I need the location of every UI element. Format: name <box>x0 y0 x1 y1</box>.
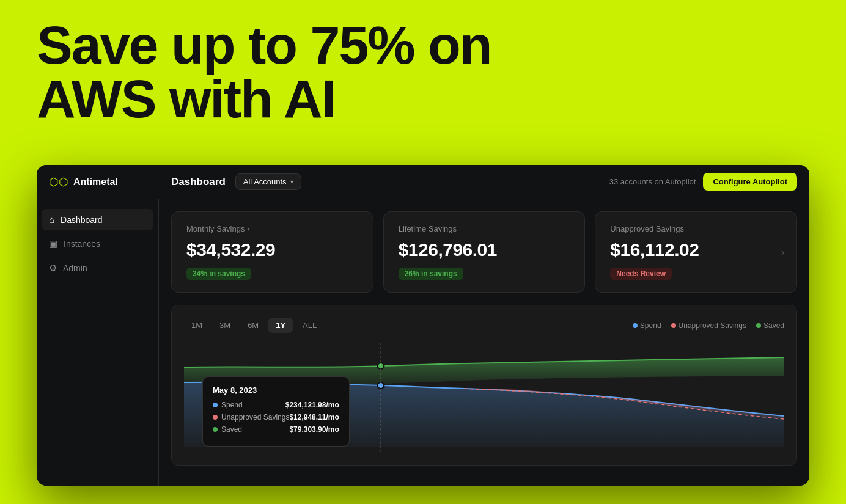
logo-icon: ⬡⬡ <box>49 175 68 189</box>
spend-dot-tooltip <box>213 403 218 407</box>
savings-badge: 26% in savings <box>399 268 463 280</box>
logo-text: Antimetal <box>73 177 118 188</box>
time-filter-1m[interactable]: 1M <box>184 318 210 333</box>
stat-value: $16,112.02 <box>610 239 782 260</box>
instances-icon: ▣ <box>49 238 57 249</box>
unapproved-dot-tooltip <box>213 415 218 420</box>
sidebar-item-label: Dashboard <box>61 215 103 225</box>
stats-row: Monthly Savings ▾ $34,532.29 34% in savi… <box>171 211 797 293</box>
legend-unapproved: Unapproved Savings <box>671 321 746 330</box>
legend-saved: Saved <box>756 321 784 330</box>
stat-label: Lifetime Savings <box>399 224 570 233</box>
hero-section: Save up to 75% on AWS with AI <box>37 18 491 126</box>
unapproved-dot <box>671 323 676 328</box>
tooltip-spend-row: Spend $234,121.98/mo <box>213 401 339 409</box>
sidebar-item-instances[interactable]: ▣ Instances <box>42 233 153 255</box>
chart-controls: 1M 3M 6M 1Y ALL Spend Unapproved <box>184 318 784 333</box>
logo-area: ⬡⬡ Antimetal <box>49 175 171 189</box>
savings-badge: 34% in savings <box>186 268 251 280</box>
header-center: Dashboard All Accounts ▾ <box>171 173 609 190</box>
tooltip-date: May 8, 2023 <box>213 385 339 395</box>
saved-dot <box>756 323 761 328</box>
sidebar-item-label: Admin <box>63 263 87 273</box>
accounts-dropdown[interactable]: All Accounts ▾ <box>235 173 301 190</box>
sidebar-item-dashboard[interactable]: ⌂ Dashboard <box>42 209 153 230</box>
legend-spend: Spend <box>633 321 661 330</box>
time-filters: 1M 3M 6M 1Y ALL <box>184 318 324 333</box>
monthly-savings-card: Monthly Savings ▾ $34,532.29 34% in savi… <box>171 211 373 293</box>
time-filter-3m[interactable]: 3M <box>212 318 238 333</box>
chart-container: May 8, 2023 Spend $234,121.98/mo Una <box>184 343 784 453</box>
hero-title: Save up to 75% on AWS with AI <box>37 18 491 126</box>
app-window: ⬡⬡ Antimetal Dashboard All Accounts ▾ 33… <box>37 165 809 486</box>
sidebar: ⌂ Dashboard ▣ Instances ⚙ Admin <box>37 199 159 486</box>
saved-dot-tooltip <box>213 427 218 432</box>
spend-dot <box>633 323 638 328</box>
review-badge: Needs Review <box>610 268 672 280</box>
autopilot-status: 33 accounts on Autopilot <box>609 177 696 186</box>
chart-card: 1M 3M 6M 1Y ALL Spend Unapproved <box>171 305 797 466</box>
tooltip-saved-row: Saved $79,303.90/mo <box>213 425 339 434</box>
stat-label: Unapproved Savings <box>610 224 782 233</box>
chevron-right-icon: › <box>781 247 784 258</box>
content-area: Monthly Savings ▾ $34,532.29 34% in savi… <box>159 199 809 486</box>
stat-value: $34,532.29 <box>186 239 358 260</box>
top-bar: ⬡⬡ Antimetal Dashboard All Accounts ▾ 33… <box>37 165 809 199</box>
stat-label: Monthly Savings ▾ <box>186 224 358 233</box>
sidebar-item-admin[interactable]: ⚙ Admin <box>42 257 153 279</box>
chart-legend: Spend Unapproved Savings Saved <box>633 321 784 330</box>
lifetime-savings-card: Lifetime Savings $126,796.01 26% in savi… <box>383 211 586 293</box>
unapproved-savings-card[interactable]: Unapproved Savings $16,112.02 Needs Revi… <box>595 211 797 293</box>
time-filter-all[interactable]: ALL <box>295 318 324 333</box>
page-title: Dashboard <box>171 176 226 188</box>
tooltip-unapproved-row: Unapproved Savings $12,948.11/mo <box>213 413 339 422</box>
chevron-down-icon: ▾ <box>247 225 250 232</box>
configure-autopilot-button[interactable]: Configure Autopilot <box>703 173 797 191</box>
home-icon: ⌂ <box>49 214 54 225</box>
time-filter-6m[interactable]: 6M <box>240 318 266 333</box>
time-filter-1y[interactable]: 1Y <box>268 318 293 333</box>
gear-icon: ⚙ <box>49 263 57 274</box>
header-right: 33 accounts on Autopilot Configure Autop… <box>609 173 797 191</box>
sidebar-item-label: Instances <box>64 239 100 249</box>
stat-value: $126,796.01 <box>399 239 570 260</box>
dropdown-arrow-icon: ▾ <box>290 178 293 185</box>
main-layout: ⌂ Dashboard ▣ Instances ⚙ Admin Monthly … <box>37 199 809 486</box>
chart-tooltip: May 8, 2023 Spend $234,121.98/mo Una <box>202 376 350 447</box>
